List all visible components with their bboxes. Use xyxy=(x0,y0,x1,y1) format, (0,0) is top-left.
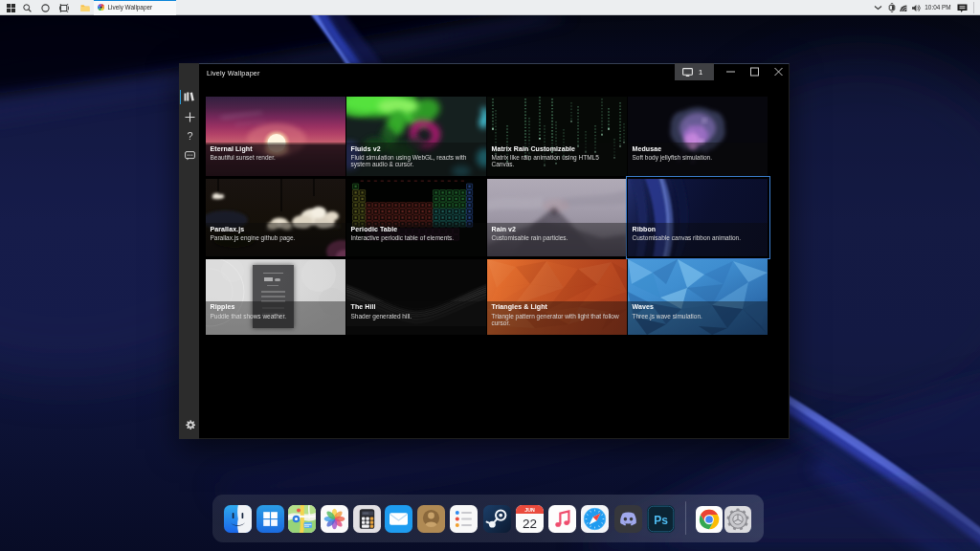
svg-text:JUN: JUN xyxy=(524,507,535,513)
svg-text:Ps: Ps xyxy=(654,514,668,527)
svg-text:22: 22 xyxy=(523,517,537,531)
